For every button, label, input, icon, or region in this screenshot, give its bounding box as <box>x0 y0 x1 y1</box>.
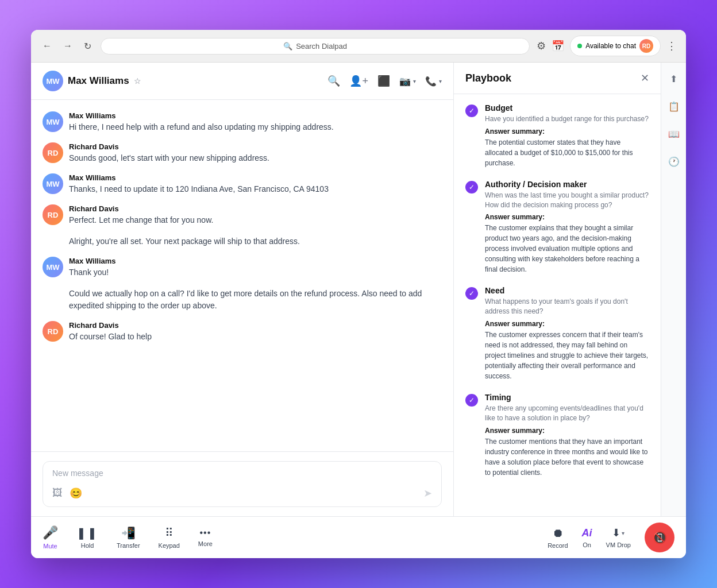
chat-header-right: 🔍 👤+ ⬛ 📷 ▾ 📞 ▾ <box>327 75 442 87</box>
image-icon[interactable]: 🖼 <box>52 487 63 500</box>
playbook-answer-label: Answer summary: <box>485 320 649 328</box>
playbook-answer-text: The customer expresses concern that if t… <box>485 330 649 381</box>
favorite-icon[interactable]: ☆ <box>134 76 141 86</box>
mute-button[interactable]: 🎤 Mute <box>43 525 58 550</box>
user-avatar: RD <box>639 39 653 53</box>
message-group: MW Max Williams Thanks, I need to update… <box>43 173 442 195</box>
chat-input-area: New message 🖼 😊 ➤ <box>31 451 453 516</box>
record-label: Record <box>548 542 568 549</box>
transfer-label: Transfer <box>117 542 140 549</box>
message-content: Richard Davis Perfect. Let me change tha… <box>69 204 213 226</box>
keypad-icon: ⠿ <box>165 526 174 540</box>
transfer-button[interactable]: 📲 Transfer <box>117 526 140 549</box>
bottom-bar-left: 🎤 Mute ❚❚ Hold 📲 Transfer ⠿ Keypad ••• M… <box>43 525 213 550</box>
refresh-button[interactable]: ↻ <box>82 38 94 54</box>
message-group: MW Max Williams Hi there, I need help wi… <box>43 111 442 133</box>
message-sender: Max Williams <box>69 111 334 120</box>
message-continuation: Alright, you're all set. Your next packa… <box>43 235 442 247</box>
playbook-check-need: ✓ <box>465 287 478 300</box>
record-button[interactable]: ⏺ Record <box>548 527 568 549</box>
back-button[interactable]: ← <box>40 38 54 53</box>
playbook-answer-label: Answer summary: <box>485 213 649 221</box>
add-person-icon[interactable]: 👤+ <box>349 75 368 87</box>
playbook-answer-text: The customer mentions that they have an … <box>485 436 649 478</box>
browser-chrome: ← → ↻ 🔍 Search Dialpad ⚙ 📅 Available to … <box>31 30 686 63</box>
end-call-button[interactable]: 📵 <box>645 523 674 552</box>
ai-button[interactable]: Ai On <box>582 527 592 548</box>
message-sender: Richard Davis <box>69 204 213 213</box>
status-button[interactable]: Available to chat RD <box>570 36 661 56</box>
video-button[interactable]: 📷 ▾ <box>399 76 416 87</box>
contact-name: Max Williams <box>68 75 129 87</box>
settings-icon[interactable]: ⚙ <box>537 40 546 52</box>
transfer-icon: 📲 <box>121 526 136 540</box>
record-icon: ⏺ <box>552 527 564 540</box>
vmdrop-icon: ⬇ <box>612 527 620 539</box>
more-icon[interactable]: ⋮ <box>666 40 677 52</box>
playbook-check-budget: ✓ <box>465 105 478 117</box>
message-text: Perfect. Let me change that for you now. <box>69 214 213 226</box>
end-call-icon: 📵 <box>653 531 667 544</box>
message-continuation: Could we actually hop on a call? I'd lik… <box>43 288 442 312</box>
search-text: Search Dialpad <box>296 42 347 51</box>
playbook-item-question: Are there any upcoming events/deadlines … <box>485 404 649 423</box>
side-icon-upload[interactable]: ⬆ <box>665 69 683 88</box>
playbook-item-title: Authority / Decision maker <box>485 180 649 189</box>
side-icons: ⬆ 📋 📖 🕐 <box>661 63 686 516</box>
message-text: Hi there, I need help with a refund and … <box>69 121 334 133</box>
mute-label: Mute <box>43 543 57 550</box>
more-button[interactable]: ••• More <box>198 528 213 547</box>
calendar-icon[interactable]: 📅 <box>552 40 564 52</box>
emoji-icon[interactable]: 😊 <box>70 487 82 500</box>
playbook-item-title: Need <box>485 286 649 295</box>
message-text: Thanks, I need to update it to 120 India… <box>69 183 329 195</box>
playbook-close-button[interactable]: ✕ <box>641 72 649 84</box>
side-icon-clipboard[interactable]: 📋 <box>665 97 683 115</box>
message-content: Max Williams Hi there, I need help with … <box>69 111 334 133</box>
screen-share-icon[interactable]: ⬛ <box>377 75 390 87</box>
send-button[interactable]: ➤ <box>423 487 432 500</box>
avatar: RD <box>43 204 63 225</box>
message-text: Thank you! <box>69 266 116 278</box>
search-icon[interactable]: 🔍 <box>327 75 340 87</box>
phone-button[interactable]: 📞 ▾ <box>425 76 442 87</box>
playbook-item-authority: ✓ Authority / Decision maker When was th… <box>465 180 649 275</box>
playbook-item-title: Budget <box>485 103 649 113</box>
hold-icon: ❚❚ <box>76 526 98 540</box>
message-sender: Max Williams <box>69 173 329 182</box>
vmdrop-button[interactable]: ⬇ ▾ VM Drop <box>606 527 631 548</box>
chat-input-placeholder[interactable]: New message <box>52 469 432 482</box>
chat-input-box[interactable]: New message 🖼 😊 ➤ <box>43 461 442 507</box>
address-bar[interactable]: 🔍 Search Dialpad <box>101 38 530 55</box>
playbook-item-content-need: Need What happens to your team's goals i… <box>485 286 649 381</box>
playbook-item-question: Have you identified a budget range for t… <box>485 114 649 124</box>
bottom-bar-right: ⏺ Record Ai On ⬇ ▾ VM Drop 📵 <box>548 523 674 552</box>
check-icon: ✓ <box>469 183 475 191</box>
forward-button[interactable]: → <box>61 38 75 53</box>
avatar: MW <box>43 257 63 277</box>
message-text: Of course! Glad to help <box>69 331 152 343</box>
playbook-content: ✓ Budget Have you identified a budget ra… <box>454 94 661 516</box>
mute-icon: 🎤 <box>43 525 58 540</box>
side-icon-history[interactable]: 🕐 <box>665 152 683 171</box>
keypad-button[interactable]: ⠿ Keypad <box>159 526 180 549</box>
playbook-item-content-authority: Authority / Decision maker When was the … <box>485 180 649 275</box>
avatar: MW <box>43 111 63 132</box>
chat-messages: MW Max Williams Hi there, I need help wi… <box>31 100 453 451</box>
playbook-item-need: ✓ Need What happens to your team's goals… <box>465 286 649 381</box>
message-content: Max Williams Thanks, I need to update it… <box>69 173 329 195</box>
playbook-answer-label: Answer summary: <box>485 427 649 435</box>
check-icon: ✓ <box>469 107 475 115</box>
playbook-item-timing: ✓ Timing Are there any upcoming events/d… <box>465 393 649 478</box>
message-group: MW Max Williams Thank you! <box>43 257 442 278</box>
avatar: RD <box>43 321 63 342</box>
side-icon-book[interactable]: 📖 <box>665 125 683 143</box>
playbook-item-title: Timing <box>485 393 649 402</box>
ai-icon: Ai <box>582 527 592 539</box>
message-content: Richard Davis Sounds good, let's start w… <box>69 142 269 164</box>
hold-button[interactable]: ❚❚ Hold <box>76 526 98 549</box>
chat-header-left: MW Max Williams ☆ <box>43 71 141 91</box>
chat-input-actions: 🖼 😊 ➤ <box>52 487 432 500</box>
browser-right: ⚙ 📅 Available to chat RD ⋮ <box>537 36 677 56</box>
message-group: RD Richard Davis Sounds good, let's star… <box>43 142 442 164</box>
